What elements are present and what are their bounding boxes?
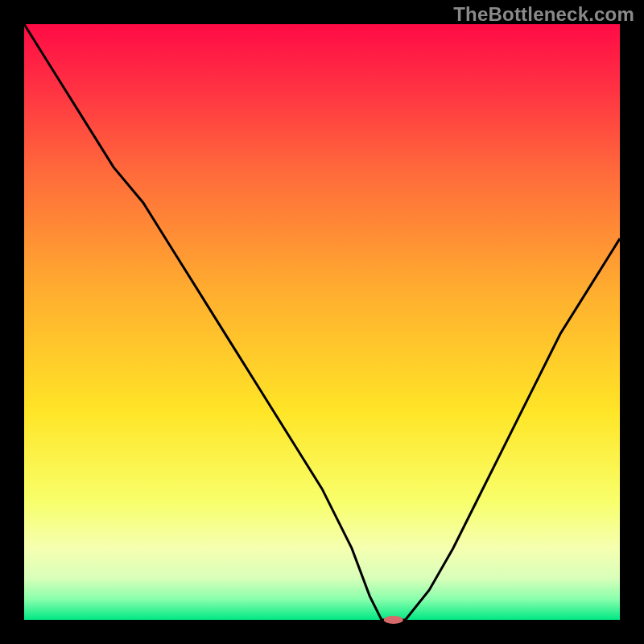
watermark-text: TheBottleneck.com bbox=[453, 3, 634, 26]
chart-container: TheBottleneck.com bbox=[0, 0, 644, 644]
gradient-background bbox=[24, 24, 620, 620]
bottleneck-chart bbox=[0, 0, 644, 644]
optimal-marker bbox=[384, 616, 403, 624]
